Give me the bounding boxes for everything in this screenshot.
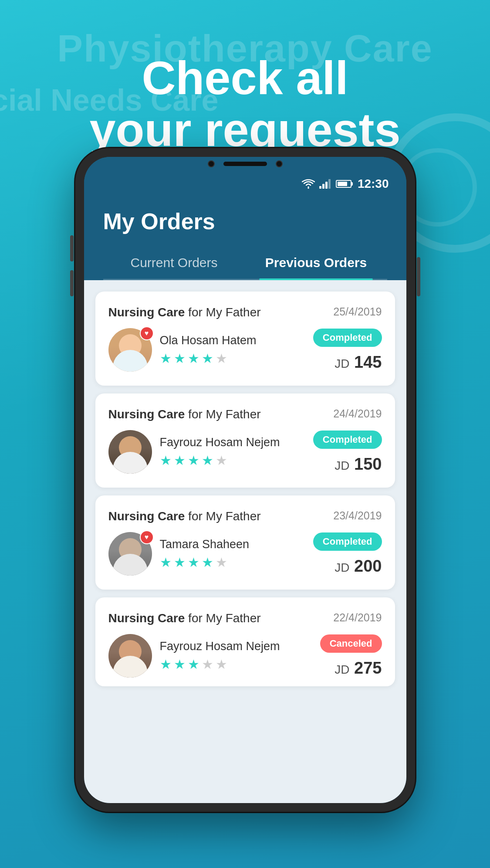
svg-rect-2 bbox=[325, 182, 328, 189]
phone-device: 12:30 My Orders Current Orders Previous … bbox=[75, 148, 415, 812]
order-2-date: 24/4/2019 bbox=[333, 407, 382, 420]
star-3-1: ★ bbox=[160, 555, 172, 570]
status-badge-2: Completed bbox=[313, 431, 382, 449]
order-right-2: Completed JD 150 bbox=[313, 431, 382, 474]
stars-2: ★ ★ ★ ★ ★ bbox=[160, 453, 280, 468]
avatar-1: ♥ bbox=[108, 328, 152, 372]
avatar-body-2 bbox=[113, 452, 148, 474]
avatar-img-2 bbox=[108, 430, 152, 474]
nurse-name-3: Tamara Shaheen bbox=[160, 538, 250, 551]
nurse-name-4: Fayrouz Hosam Nejem bbox=[160, 640, 280, 653]
nurse-info-4: Fayrouz Hosam Nejem ★ ★ ★ ★ ★ bbox=[108, 634, 320, 678]
status-badge-4: Canceled bbox=[320, 634, 382, 653]
svg-rect-1 bbox=[322, 184, 324, 189]
order-amount-4: JD 275 bbox=[335, 659, 382, 678]
order-right-4: Canceled JD 275 bbox=[320, 634, 382, 678]
order-card-4[interactable]: Nursing Care for My Father 22/4/2019 bbox=[95, 597, 395, 686]
order-card-4-bottom: Fayrouz Hosam Nejem ★ ★ ★ ★ ★ bbox=[108, 634, 382, 678]
app-title: My Orders bbox=[103, 208, 387, 234]
star-2-1: ★ bbox=[160, 453, 172, 468]
stars-1: ★ ★ ★ ★ ★ bbox=[160, 351, 257, 366]
notch-components bbox=[208, 160, 283, 167]
star-1-1: ★ bbox=[160, 351, 172, 366]
avatar-body-4 bbox=[113, 656, 148, 678]
orders-content: Nursing Care for My Father 25/4/2019 bbox=[84, 280, 406, 803]
tabs-container: Current Orders Previous Orders bbox=[103, 248, 387, 280]
order-card-2[interactable]: Nursing Care for My Father 24/4/2019 bbox=[95, 393, 395, 488]
order-3-title: Nursing Care for My Father bbox=[108, 509, 261, 523]
star-4-3: ★ bbox=[188, 657, 199, 672]
star-1-5: ★ bbox=[216, 351, 227, 366]
signal-icon bbox=[319, 179, 331, 189]
avatar-4 bbox=[108, 634, 152, 678]
battery-tip bbox=[351, 182, 353, 186]
order-3-date: 23/4/2019 bbox=[333, 509, 382, 522]
speaker bbox=[223, 162, 267, 166]
battery-icon bbox=[336, 180, 351, 188]
star-3-2: ★ bbox=[174, 555, 186, 570]
order-1-title: Nursing Care for My Father bbox=[108, 305, 261, 319]
front-camera bbox=[208, 160, 215, 167]
status-badge-3: Completed bbox=[313, 532, 382, 551]
order-right-1: Completed JD 145 bbox=[313, 329, 382, 372]
status-icons bbox=[302, 179, 351, 189]
star-4-5: ★ bbox=[216, 657, 227, 672]
star-1-4: ★ bbox=[202, 351, 213, 366]
stars-3: ★ ★ ★ ★ ★ bbox=[160, 555, 250, 570]
order-card-1-bottom: ♥ Ola Hosam Hatem ★ ★ ★ ★ ★ bbox=[108, 328, 382, 372]
clock: 12:30 bbox=[358, 177, 389, 191]
order-amount-2: JD 150 bbox=[335, 455, 382, 474]
notch-area bbox=[84, 157, 406, 167]
order-1-date: 25/4/2019 bbox=[333, 305, 382, 318]
order-right-3: Completed JD 200 bbox=[313, 532, 382, 576]
order-4-date: 22/4/2019 bbox=[333, 611, 382, 624]
star-4-4: ★ bbox=[202, 657, 213, 672]
wifi-icon bbox=[302, 179, 315, 189]
avatar-body-1 bbox=[113, 350, 148, 372]
nurse-name-2: Fayrouz Hosam Nejem bbox=[160, 436, 280, 449]
volume-up-button[interactable] bbox=[70, 235, 74, 261]
avatar-3: ♥ bbox=[108, 532, 152, 576]
order-card-2-top: Nursing Care for My Father 24/4/2019 bbox=[108, 407, 382, 421]
hero-section: Check all your requests bbox=[0, 52, 490, 156]
svg-rect-3 bbox=[328, 179, 331, 189]
tab-current-orders[interactable]: Current Orders bbox=[103, 248, 245, 279]
hero-line1: Check all bbox=[0, 52, 490, 104]
star-3-5: ★ bbox=[216, 555, 227, 570]
order-card-1[interactable]: Nursing Care for My Father 25/4/2019 bbox=[95, 292, 395, 386]
order-card-3-top: Nursing Care for My Father 23/4/2019 bbox=[108, 509, 382, 523]
order-amount-1: JD 145 bbox=[335, 353, 382, 372]
power-button[interactable] bbox=[417, 257, 420, 296]
nurse-info-3: ♥ Tamara Shaheen ★ ★ ★ ★ ★ bbox=[108, 532, 313, 576]
tab-previous-orders[interactable]: Previous Orders bbox=[245, 248, 387, 279]
star-2-2: ★ bbox=[174, 453, 186, 468]
heart-badge-3: ♥ bbox=[140, 530, 154, 544]
avatar-img-4 bbox=[108, 634, 152, 678]
star-4-1: ★ bbox=[160, 657, 172, 672]
star-4-2: ★ bbox=[174, 657, 186, 672]
nurse-name-1: Ola Hosam Hatem bbox=[160, 334, 257, 347]
star-3-3: ★ bbox=[188, 555, 199, 570]
order-4-title: Nursing Care for My Father bbox=[108, 611, 261, 625]
star-2-4: ★ bbox=[202, 453, 213, 468]
orders-list: Nursing Care for My Father 25/4/2019 bbox=[84, 280, 406, 686]
app-header: My Orders Current Orders Previous Orders bbox=[84, 195, 406, 280]
avatar-2 bbox=[108, 430, 152, 474]
nurse-details-2: Fayrouz Hosam Nejem ★ ★ ★ ★ ★ bbox=[160, 436, 280, 468]
order-amount-3: JD 200 bbox=[335, 557, 382, 576]
proximity-sensor bbox=[276, 160, 283, 167]
volume-buttons bbox=[70, 235, 74, 296]
star-1-3: ★ bbox=[188, 351, 199, 366]
status-badge-1: Completed bbox=[313, 329, 382, 347]
svg-rect-0 bbox=[319, 186, 321, 189]
star-2-5: ★ bbox=[216, 453, 227, 468]
nurse-details-3: Tamara Shaheen ★ ★ ★ ★ ★ bbox=[160, 538, 250, 570]
star-3-4: ★ bbox=[202, 555, 213, 570]
heart-badge-1: ♥ bbox=[140, 326, 154, 340]
order-card-3-bottom: ♥ Tamara Shaheen ★ ★ ★ ★ ★ bbox=[108, 532, 382, 576]
star-1-2: ★ bbox=[174, 351, 186, 366]
volume-down-button[interactable] bbox=[70, 270, 74, 296]
star-2-3: ★ bbox=[188, 453, 199, 468]
order-card-3[interactable]: Nursing Care for My Father 23/4/2019 bbox=[95, 495, 395, 590]
nurse-info-2: Fayrouz Hosam Nejem ★ ★ ★ ★ ★ bbox=[108, 430, 313, 474]
